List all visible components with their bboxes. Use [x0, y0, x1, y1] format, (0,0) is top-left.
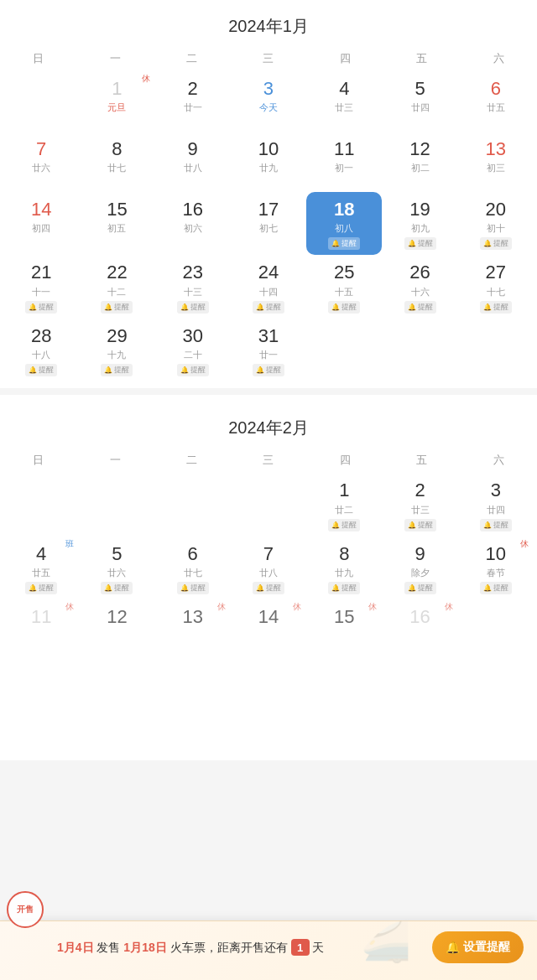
day-lunar: 廿一 [184, 101, 202, 114]
day-number: 22 [107, 262, 127, 283]
day-number: 12 [409, 138, 430, 160]
remind-badge[interactable]: 🔔 提醒 [480, 519, 512, 531]
day-feb-9[interactable]: 9 除夕 🔔 提醒 [382, 537, 457, 599]
day-feb-10[interactable]: 休 10 春节 🔔 提醒 [458, 537, 534, 599]
bell-icon: 🔔 [483, 584, 492, 592]
day-jan-29[interactable]: 29 十九 🔔 提醒 [79, 319, 154, 381]
remind-badge[interactable]: 🔔 提醒 [177, 582, 209, 594]
day-jan-25[interactable]: 25 十五 🔔 提醒 [306, 255, 382, 318]
day-lunar: 十九 [107, 349, 126, 361]
day-feb-3[interactable]: 3 廿四 🔔 提醒 [458, 473, 534, 536]
day-lunar: 廿四 [411, 101, 430, 114]
day-number: 16 [409, 606, 430, 628]
day-feb-11[interactable]: 休 11 [3, 599, 79, 660]
remind-badge[interactable]: 🔔 提醒 [404, 301, 436, 314]
day-feb-8[interactable]: 8 廿九 🔔 提醒 [306, 537, 382, 599]
day-number: 27 [486, 262, 506, 283]
day-jan-11[interactable]: 11 初一 [306, 132, 382, 192]
remind-badge[interactable]: 🔔 提醒 [404, 519, 436, 531]
day-jan-10[interactable]: 10 廿九 [231, 132, 306, 192]
day-jan-26[interactable]: 26 十六 🔔 提醒 [382, 255, 457, 318]
bell-icon: 🔔 [104, 366, 112, 374]
day-lunar: 廿五 [32, 567, 50, 579]
empty-cell [3, 473, 79, 536]
day-jan-15[interactable]: 15 初五 [79, 192, 154, 255]
day-jan-21[interactable]: 21 十一 🔔 提醒 [3, 255, 79, 318]
bell-icon: 🔔 [408, 521, 416, 529]
day-number: 15 [107, 199, 127, 220]
day-feb-14[interactable]: 休 14 [231, 599, 306, 660]
day-jan-6[interactable]: 6 廿五 [458, 71, 534, 132]
day-jan-14[interactable]: 14 初四 [3, 192, 79, 255]
day-feb-15[interactable]: 休 15 [306, 599, 382, 660]
day-jan-4[interactable]: 4 廿三 [306, 71, 382, 132]
day-jan-30[interactable]: 30 二十 🔔 提醒 [155, 319, 231, 381]
day-lunar: 初六 [184, 222, 202, 235]
day-jan-22[interactable]: 22 十二 🔔 提醒 [79, 255, 154, 318]
remind-badge[interactable]: 🔔 提醒 [328, 301, 360, 314]
day-jan-31[interactable]: 31 廿一 🔔 提醒 [231, 319, 306, 381]
day-jan-16[interactable]: 16 初六 [155, 192, 231, 255]
day-jan-27[interactable]: 27 十七 🔔 提醒 [458, 255, 534, 318]
remind-badge[interactable]: 🔔 提醒 [480, 237, 512, 250]
day-lunar: 初九 [411, 222, 430, 235]
remind-badge[interactable]: 🔔 提醒 [25, 301, 57, 314]
day-number: 14 [258, 606, 279, 628]
day-jan-20[interactable]: 20 初十 🔔 提醒 [458, 192, 534, 255]
bell-icon: 🔔 [180, 303, 189, 311]
day-jan-23[interactable]: 23 十三 🔔 提醒 [155, 255, 231, 318]
remind-badge[interactable]: 🔔 提醒 [177, 301, 209, 314]
remind-badge[interactable]: 🔔 提醒 [177, 364, 209, 376]
remind-badge[interactable]: 🔔 提醒 [404, 237, 436, 250]
day-jan-9[interactable]: 9 廿八 [155, 132, 231, 192]
day-feb-13[interactable]: 休 13 [155, 599, 231, 660]
day-jan-3[interactable]: 3 今天 [231, 71, 306, 132]
day-jan-1[interactable]: 休 1 元旦 [79, 71, 154, 132]
remind-badge[interactable]: 🔔 提醒 [328, 582, 360, 594]
day-number: 16 [182, 199, 202, 220]
bell-icon: 🔔 [331, 584, 340, 592]
february-title: 2024年2月 [0, 402, 537, 448]
remind-badge[interactable]: 🔔 提醒 [101, 364, 133, 376]
day-jan-2[interactable]: 2 廿一 [155, 71, 231, 132]
bell-icon: 🔔 [29, 366, 37, 374]
remind-badge[interactable]: 🔔 提醒 [101, 582, 133, 594]
remind-badge[interactable]: 🔔 提醒 [25, 364, 57, 376]
jan-week4: 21 十一 🔔 提醒 22 十二 🔔 提醒 23 十三 🔔 提醒 24 [0, 255, 537, 318]
remind-badge[interactable]: 🔔 提醒 [480, 582, 512, 594]
day-number: 29 [107, 325, 127, 347]
day-jan-7[interactable]: 7 廿六 [3, 132, 79, 192]
day-jan-5[interactable]: 5 廿四 [382, 71, 457, 132]
day-jan-8[interactable]: 8 廿七 [79, 132, 154, 192]
day-jan-17[interactable]: 17 初七 [231, 192, 306, 255]
remind-badge[interactable]: 🔔 提醒 [253, 301, 284, 314]
remind-badge[interactable]: 🔔 提醒 [404, 582, 436, 594]
day-feb-12[interactable]: 12 [79, 599, 154, 660]
day-jan-13[interactable]: 13 初三 [458, 132, 534, 192]
remind-badge[interactable]: 🔔 提醒 [253, 582, 284, 594]
day-number: 4 [36, 543, 46, 565]
day-feb-4[interactable]: 班 4 廿五 🔔 提醒 [3, 537, 79, 599]
day-jan-12[interactable]: 12 初二 [382, 132, 457, 192]
day-feb-1[interactable]: 1 廿二 🔔 提醒 [306, 473, 382, 536]
day-feb-7[interactable]: 7 廿八 🔔 提醒 [231, 537, 306, 599]
remind-badge[interactable]: 🔔 提醒 [328, 237, 360, 250]
remind-badge[interactable]: 🔔 提醒 [480, 301, 512, 314]
bell-icon: 🔔 [180, 366, 189, 374]
remind-badge[interactable]: 🔔 提醒 [328, 519, 360, 531]
day-feb-2[interactable]: 2 廿三 🔔 提醒 [382, 473, 457, 536]
day-jan-19[interactable]: 19 初九 🔔 提醒 [382, 192, 457, 255]
day-jan-18[interactable]: 18 初八 🔔 提醒 [306, 192, 382, 255]
day-jan-24[interactable]: 24 十四 🔔 提醒 [231, 255, 306, 318]
remind-badge[interactable]: 🔔 提醒 [101, 301, 133, 314]
day-jan-28[interactable]: 28 十八 🔔 提醒 [3, 319, 79, 381]
day-feb-5[interactable]: 5 廿六 🔔 提醒 [79, 537, 154, 599]
day-number: 8 [339, 543, 349, 565]
remind-badge[interactable]: 🔔 提醒 [253, 364, 284, 376]
remind-badge[interactable]: 🔔 提醒 [25, 582, 57, 594]
day-number: 11 [31, 606, 51, 628]
day-lunar: 廿八 [259, 567, 278, 579]
day-feb-6[interactable]: 6 廿七 🔔 提醒 [155, 537, 231, 599]
day-feb-16[interactable]: 休 16 [382, 599, 457, 660]
set-reminder-button[interactable]: 🔔 设置提醒 [432, 931, 524, 963]
